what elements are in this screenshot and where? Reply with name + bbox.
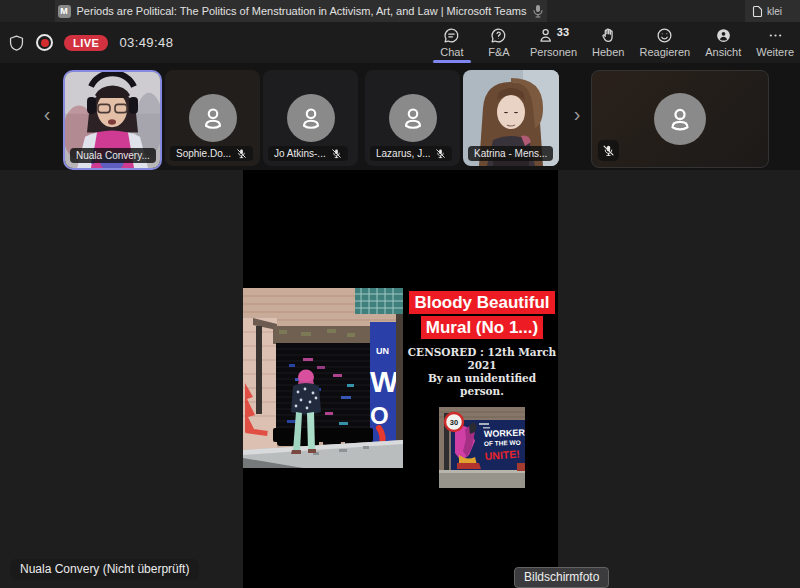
people-icon [538,27,555,44]
meeting-toolbar: LIVE 03:49:48 Chat [0,22,800,63]
person-icon [296,103,326,133]
tab-raise-hand-label: Heben [592,46,624,58]
teams-app-icon: M [58,5,71,18]
meeting-timer: 03:49:48 [119,35,173,50]
tab-react[interactable]: Reagieren [639,22,690,63]
microphone-status-icon [532,4,544,18]
avatar [189,94,237,142]
svg-text:UN: UN [376,346,389,356]
participant-tile-katrina[interactable]: Katrina - Mens... [463,70,559,166]
smiley-icon [656,27,673,44]
tab-chat-label: Chat [440,46,463,58]
shape-doc-icon [751,5,763,18]
view-icon [715,27,732,44]
qa-icon [490,27,507,44]
title-bar: M Periods are Political: The Politics of… [0,0,800,22]
slide-caption-line2: By an unidentified person. [406,372,558,398]
scroll-right-chevron[interactable]: › [568,99,586,129]
presentation-slide: UN W O [243,170,558,588]
raise-hand-icon [600,27,617,44]
slide-title: Bloody Beautiful Mural (No 1...) [409,291,554,339]
tab-view-label: Ansicht [705,46,741,58]
tab-people-label: Personen [530,46,577,58]
window-title: Periods are Political: The Politics of M… [77,5,527,17]
tab-raise-hand[interactable]: Heben [592,22,624,63]
tab-chat[interactable]: Chat [436,22,468,63]
svg-text:UNITE!: UNITE! [484,448,520,462]
shared-screen-stage: UN W O [0,170,800,588]
mic-off-icon [236,148,247,159]
svg-text:WORKER: WORKER [484,428,525,439]
mic-off-icon [435,148,446,159]
svg-text:OF THE WO: OF THE WO [484,439,521,447]
mic-status-badge [598,140,619,161]
tab-people[interactable]: 33 Personen [530,22,577,63]
presenter-name-label: Nuala Convery (Nicht überprüft) [10,559,199,580]
participant-count: 33 [557,27,569,37]
tab-view[interactable]: Ansicht [705,22,741,63]
window-title-segment: M Periods are Political: The Politics of… [55,0,547,22]
participant-name-label: Lazarus, J... [370,146,452,161]
svg-text:30: 30 [450,418,458,427]
tab-qa[interactable]: F&A [483,22,515,63]
original-mural-photo: WORKER OF THE WO UNITE! 30 [439,407,525,488]
participant-tile-nuala[interactable]: Nuala Convery... [63,70,162,170]
tab-more[interactable]: Weitere [756,22,794,63]
slide-title-line2: Mural (No 1...) [421,316,543,339]
participant-tile-lazarus[interactable]: Lazarus, J... [365,70,460,166]
slide-title-line1: Bloody Beautiful [409,291,554,314]
svg-text:W: W [370,365,399,398]
mic-off-icon [602,144,615,157]
participant-name-label: Katrina - Mens... [468,146,553,161]
toolbar-actions: Chat F&A [436,22,794,63]
screenshot-tooltip: Bildschirmfoto [514,567,609,588]
avatar [654,93,706,145]
mic-off-icon [331,148,342,159]
participant-tile-jo[interactable]: Jo Atkins-... [263,70,358,166]
participant-tile-unnamed[interactable] [591,70,769,168]
adjacent-window-segment: klei [745,0,800,22]
slide-caption: CENSORED : 12th March 2021 By an unident… [406,346,558,398]
participant-filmstrip: ‹ [0,63,800,170]
teams-meeting-window: M Periods are Political: The Politics of… [0,0,800,588]
toolbar-left-group: LIVE 03:49:48 [8,22,173,63]
svg-text:O: O [370,402,389,429]
avatar [287,94,335,142]
shield-icon[interactable] [8,34,25,52]
participant-name-label: Sophie.Do... [170,146,253,161]
recording-indicator [36,34,53,51]
tab-more-label: Weitere [756,46,794,58]
slide-text-column: Bloody Beautiful Mural (No 1...) CENSORE… [406,291,558,488]
chat-icon [443,27,460,44]
person-icon [198,103,228,133]
scroll-left-chevron[interactable]: ‹ [38,99,56,129]
avatar [389,94,437,142]
person-icon [398,103,428,133]
adjacent-window-label: klei [767,6,782,17]
tab-qa-label: F&A [488,46,509,58]
participant-tile-sophie[interactable]: Sophie.Do... [165,70,260,166]
person-icon [664,103,696,135]
tab-react-label: Reagieren [639,46,690,58]
censored-mural-photo: UN W O [243,288,403,468]
slide-caption-line1: CENSORED : 12th March 2021 [406,346,558,372]
participant-name-label: Nuala Convery... [70,148,156,163]
participant-name-label: Jo Atkins-... [268,146,348,161]
more-icon [767,27,784,44]
live-badge: LIVE [64,35,108,51]
